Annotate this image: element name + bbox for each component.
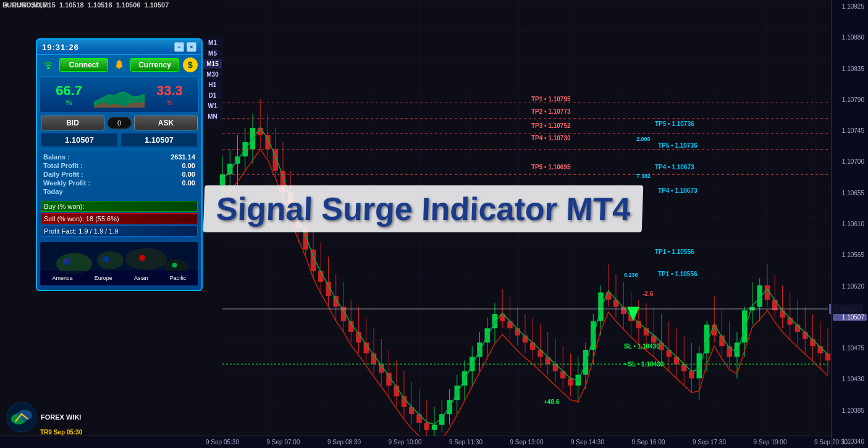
time-tick: 9 Sep 17:30 <box>693 439 726 446</box>
minimize-button[interactable]: − <box>174 42 184 52</box>
spread-display: 0 <box>107 117 132 129</box>
price-tick: 1.10790 <box>833 96 867 103</box>
buy-won-row: Buy (% won): <box>41 201 198 212</box>
tp1-right-label: TP1 • 1.10556 <box>655 248 694 255</box>
time-tick: 9 Sep 14:30 <box>571 439 604 446</box>
svg-point-11 <box>103 256 109 262</box>
val-3825: T 382 <box>636 173 651 179</box>
sell-pct-sign: % <box>145 99 195 106</box>
tp2-left-label: TP2 • 1.10773 <box>531 108 571 115</box>
region-america: America <box>53 275 73 281</box>
price-scale: 1.109251.108801.108351.107901.107451.107… <box>831 0 868 448</box>
tp1-left-label: TP1 • 1.10795 <box>531 96 571 103</box>
panel-time: 19:31:26 <box>42 43 79 52</box>
price-tick: 1.10507 <box>833 314 867 321</box>
world-map-regions: America Europe Asian Pacific <box>40 271 198 285</box>
time-tick: 9 Sep 20:30 <box>814 439 848 446</box>
time-tick: 9 Sep 16:00 <box>632 439 665 446</box>
weekly-profit-label: Weekly Profit : <box>43 179 90 187</box>
tf-m30[interactable]: M30 <box>203 70 222 79</box>
ask-price: 1.10507 <box>120 133 198 147</box>
tf-h1[interactable]: H1 <box>203 80 222 90</box>
bid-ask-row: BID 0 ASK <box>37 114 201 132</box>
bid-price: 1.10507 <box>41 133 118 147</box>
close-button[interactable]: × <box>187 42 196 52</box>
timeframe-sidebar: M1M5M15M30H1D1W1MN <box>203 38 222 121</box>
balance-section: Balans : 2631.14 Total Profit : 0.00 Dai… <box>37 150 201 198</box>
balance-row: Balans : 2631.14 <box>43 153 195 161</box>
tf-m1[interactable]: M1 <box>203 38 222 48</box>
ask-button[interactable]: ASK <box>134 116 198 130</box>
total-profit-value: 0.00 <box>182 162 195 169</box>
time-tick: 9 Sep 08:30 <box>327 439 361 446</box>
val-neg26: -2.6 <box>643 290 653 297</box>
sell-won-row: Sell (% won): 18 (55.6%) <box>41 213 198 224</box>
bid-button[interactable]: BID <box>41 116 104 130</box>
price-tick: 1.10610 <box>833 221 867 227</box>
region-asian: Asian <box>134 275 148 281</box>
dollar-icon: $ <box>183 57 198 72</box>
price-tick: 1.10700 <box>833 158 867 165</box>
tf-m15[interactable]: M15 <box>203 59 222 69</box>
tf-mn[interactable]: MN <box>203 112 222 121</box>
time-tick: 9 Sep 13:00 <box>510 439 544 446</box>
tp4-right-label: TP4 • 1.10673 <box>655 164 694 171</box>
region-pacific: Pacific <box>170 275 187 281</box>
profit-fact-row: Profit Fact: 1.9 / 1.9 / 1.9 <box>41 226 198 237</box>
chart-title: EURUSD,M15 <box>0 0 49 10</box>
buy-stat: 66.7 % <box>44 83 94 106</box>
time-tick: 9 Sep 07:00 <box>267 439 300 446</box>
daily-profit-row: Daily Profit : 0.00 <box>43 170 195 179</box>
svg-point-12 <box>125 248 167 270</box>
connect-button[interactable]: Connect <box>59 58 108 72</box>
time-tick: 9 Sep 05:30 <box>206 439 239 446</box>
svg-rect-2 <box>119 60 120 61</box>
region-europe: Europe <box>95 275 112 281</box>
tp5-right-label: TP5 • 1.10736 <box>655 120 694 127</box>
sell-won-value: 18 (55.6%) <box>86 215 119 222</box>
forex-logo: FOREX WIKI <box>6 402 81 433</box>
time-tick: 9 Sep 10:00 <box>389 439 422 446</box>
daily-profit-label: Daily Profit : <box>43 171 83 178</box>
sell-stat: 33.3 % <box>145 83 195 106</box>
title-bar: EURUSD,M15 <box>0 0 210 10</box>
price-tick: 1.10745 <box>833 127 867 134</box>
today-row: Today <box>43 187 195 196</box>
sell-percentage: 33.3 <box>145 83 195 99</box>
buy-percentage: 66.7 <box>44 83 94 99</box>
tf-w1[interactable]: W1 <box>203 101 222 111</box>
mini-chart <box>94 79 144 110</box>
price-tick: 1.10430 <box>833 376 867 382</box>
time-tick: 9 Sep 19:00 <box>754 439 787 446</box>
forex-logo-text: FOREX WIKI <box>41 413 81 421</box>
total-profit-label: Total Profit : <box>43 162 83 169</box>
price-tick: 1.10655 <box>833 190 867 197</box>
tp4-left-label: TP4 • 1.10730 <box>531 135 571 142</box>
bottom-status: TR9 Sep 05:30 <box>40 429 82 436</box>
price-tick: 1.10385 <box>833 407 867 414</box>
price-tick: 1.10475 <box>833 345 867 352</box>
buy-won-label: Buy (% won): <box>44 203 84 210</box>
val-pos486: +48.6 <box>544 399 559 405</box>
price-tick: 1.10520 <box>833 283 867 290</box>
tp5-left-label: TP5 • 1.10695 <box>531 164 571 171</box>
sl-label: SL • 1.10430 <box>624 343 660 350</box>
panel-header: 19:31:26 − × <box>37 40 201 55</box>
wifi-icon <box>41 57 56 72</box>
tf-m5[interactable]: M5 <box>203 49 222 58</box>
weekly-profit-row: Weekly Profit : 0.00 <box>43 179 195 187</box>
panel-stats: 66.7 % 33.3 % <box>40 76 199 113</box>
svg-point-13 <box>139 255 145 261</box>
sell-won-label: Sell (% won): <box>44 215 84 222</box>
currency-button[interactable]: Currency <box>130 58 179 72</box>
svg-rect-1 <box>118 67 120 69</box>
trade-stats: Buy (% won): Sell (% won): 18 (55.6%) Pr… <box>37 198 201 239</box>
tf-d1[interactable]: D1 <box>203 91 222 100</box>
profit-fact-label: Profit Fact: <box>44 227 77 235</box>
today-label: Today <box>43 188 63 195</box>
svg-point-10 <box>97 251 124 269</box>
indicator-panel: 19:31:26 − × Connect Currency $ 6 <box>36 38 203 291</box>
balance-value: 2631.14 <box>171 153 195 161</box>
price-tick: 1.10565 <box>833 251 867 258</box>
svg-point-18 <box>17 410 32 421</box>
